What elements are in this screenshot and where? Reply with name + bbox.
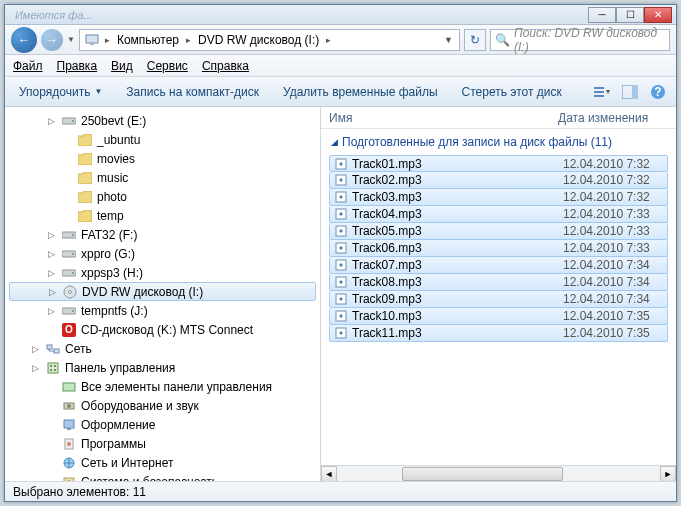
- file-pending-icon: [334, 157, 348, 171]
- file-row[interactable]: Track10.mp312.04.2010 7:35: [329, 308, 668, 325]
- tree-item[interactable]: Программы: [5, 434, 320, 453]
- burn-button[interactable]: Запись на компакт-диск: [120, 83, 265, 101]
- svg-point-10: [72, 120, 74, 122]
- file-list: Track01.mp312.04.2010 7:32Track02.mp312.…: [321, 155, 676, 342]
- svg-rect-22: [54, 349, 59, 353]
- tree-item[interactable]: photo: [5, 187, 320, 206]
- svg-rect-23: [48, 363, 58, 373]
- file-date: 12.04.2010 7:35: [563, 309, 663, 323]
- file-name: Track08.mp3: [352, 275, 559, 289]
- group-header[interactable]: ◢ Подготовленные для записи на диск файл…: [321, 129, 676, 155]
- view-options-button[interactable]: [592, 82, 612, 102]
- breadcrumb-drive[interactable]: DVD RW дисковод (I:): [194, 33, 323, 47]
- tree-item[interactable]: ▷FAT32 (F:): [5, 225, 320, 244]
- help-button[interactable]: ?: [648, 82, 668, 102]
- erase-disc-button[interactable]: Стереть этот диск: [456, 83, 568, 101]
- scroll-thumb[interactable]: [402, 467, 564, 481]
- chevron-right-icon[interactable]: ▸: [183, 35, 194, 45]
- file-pane: Имя Дата изменения ◢ Подготовленные для …: [321, 107, 676, 481]
- expand-icon[interactable]: ▷: [29, 363, 41, 373]
- file-row[interactable]: Track02.mp312.04.2010 7:32: [329, 172, 668, 189]
- search-input[interactable]: 🔍 Поиск: DVD RW дисковод (I:): [490, 29, 670, 51]
- file-row[interactable]: Track01.mp312.04.2010 7:32: [329, 155, 668, 172]
- expand-icon[interactable]: ▷: [45, 306, 57, 316]
- file-pending-icon: [334, 309, 348, 323]
- file-row[interactable]: Track11.mp312.04.2010 7:35: [329, 325, 668, 342]
- menu-view[interactable]: Вид: [111, 59, 133, 73]
- prog-icon: [61, 436, 77, 452]
- tree-item[interactable]: Сеть и Интернет: [5, 453, 320, 472]
- status-text: Выбрано элементов: 11: [13, 485, 146, 499]
- refresh-button[interactable]: ↻: [464, 29, 486, 51]
- expand-icon[interactable]: ▷: [45, 116, 57, 126]
- file-row[interactable]: Track06.mp312.04.2010 7:33: [329, 240, 668, 257]
- scroll-track[interactable]: [337, 466, 660, 482]
- history-dropdown-icon[interactable]: ▼: [67, 35, 75, 44]
- file-pending-icon: [334, 292, 348, 306]
- tree-item[interactable]: Все элементы панели управления: [5, 377, 320, 396]
- tree-item[interactable]: ▷tempntfs (J:): [5, 301, 320, 320]
- maximize-button[interactable]: ☐: [616, 7, 644, 23]
- file-name: Track10.mp3: [352, 309, 559, 323]
- refresh-icon: ↻: [470, 33, 480, 47]
- tree-item[interactable]: ▷Панель управления: [5, 358, 320, 377]
- svg-point-26: [50, 369, 52, 371]
- expand-icon[interactable]: ▷: [46, 287, 58, 297]
- file-row[interactable]: Track03.mp312.04.2010 7:32: [329, 189, 668, 206]
- svg-point-27: [54, 369, 56, 371]
- breadcrumb-dropdown-icon[interactable]: ▼: [440, 35, 457, 45]
- tree-item[interactable]: OCD-дисковод (K:) MTS Connect: [5, 320, 320, 339]
- search-placeholder: Поиск: DVD RW дисковод (I:): [514, 26, 665, 54]
- file-row[interactable]: Track05.mp312.04.2010 7:33: [329, 223, 668, 240]
- back-button[interactable]: ←: [11, 27, 37, 53]
- tree-item[interactable]: ▷Сеть: [5, 339, 320, 358]
- forward-button[interactable]: →: [41, 29, 63, 51]
- menu-edit[interactable]: Правка: [57, 59, 98, 73]
- tree-item[interactable]: ▷xppsp3 (H:): [5, 263, 320, 282]
- svg-point-18: [69, 290, 72, 293]
- tree-item[interactable]: ▷250bevt (E:): [5, 111, 320, 130]
- tree-item[interactable]: _ubuntu: [5, 130, 320, 149]
- tree-item[interactable]: Оборудование и звук: [5, 396, 320, 415]
- expand-icon[interactable]: ▷: [29, 344, 41, 354]
- organize-button[interactable]: Упорядочить ▼: [13, 83, 108, 101]
- file-pending-icon: [334, 326, 348, 340]
- tree-item[interactable]: movies: [5, 149, 320, 168]
- column-date[interactable]: Дата изменения: [558, 111, 668, 125]
- expand-icon[interactable]: ▷: [45, 230, 57, 240]
- group-title: Подготовленные для записи на диск файлы …: [342, 135, 612, 149]
- chevron-right-icon[interactable]: ▸: [323, 35, 334, 45]
- menu-file[interactable]: Файл: [13, 59, 43, 73]
- tree-item[interactable]: temp: [5, 206, 320, 225]
- tree-item[interactable]: Оформление: [5, 415, 320, 434]
- menu-tools[interactable]: Сервис: [147, 59, 188, 73]
- breadcrumb[interactable]: ▸ Компьютер ▸ DVD RW дисковод (I:) ▸ ▼: [79, 29, 460, 51]
- delete-temp-button[interactable]: Удалить временные файлы: [277, 83, 444, 101]
- folder-tree[interactable]: ▷250bevt (E:)_ubuntumoviesmusicphototemp…: [5, 107, 321, 481]
- close-button[interactable]: ✕: [644, 7, 672, 23]
- svg-point-24: [50, 365, 52, 367]
- preview-pane-button[interactable]: [620, 82, 640, 102]
- menu-help[interactable]: Справка: [202, 59, 249, 73]
- tree-item[interactable]: music: [5, 168, 320, 187]
- drive-icon: [61, 303, 77, 319]
- file-row[interactable]: Track08.mp312.04.2010 7:34: [329, 274, 668, 291]
- column-name[interactable]: Имя: [329, 111, 558, 125]
- arrow-left-icon: ←: [18, 33, 30, 47]
- chevron-right-icon[interactable]: ▸: [102, 35, 113, 45]
- tree-item[interactable]: Система и безопасность: [5, 472, 320, 481]
- file-row[interactable]: Track04.mp312.04.2010 7:33: [329, 206, 668, 223]
- file-row[interactable]: Track09.mp312.04.2010 7:34: [329, 291, 668, 308]
- horizontal-scrollbar[interactable]: ◄ ►: [321, 465, 676, 481]
- file-name: Track09.mp3: [352, 292, 559, 306]
- breadcrumb-computer[interactable]: Компьютер: [113, 33, 183, 47]
- scroll-left-button[interactable]: ◄: [321, 466, 337, 482]
- file-row[interactable]: Track07.mp312.04.2010 7:34: [329, 257, 668, 274]
- minimize-button[interactable]: ─: [588, 7, 616, 23]
- tree-item[interactable]: ▷xppro (G:): [5, 244, 320, 263]
- expand-icon[interactable]: ▷: [45, 268, 57, 278]
- tree-item-label: photo: [97, 190, 127, 204]
- tree-item[interactable]: ▷DVD RW дисковод (I:): [9, 282, 316, 301]
- scroll-right-button[interactable]: ►: [660, 466, 676, 482]
- expand-icon[interactable]: ▷: [45, 249, 57, 259]
